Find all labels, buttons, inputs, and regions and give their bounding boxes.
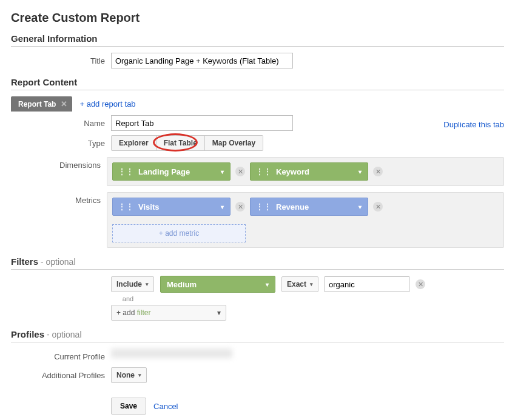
section-profiles: Profiles - optional	[11, 329, 504, 342]
label-type: Type	[11, 135, 111, 148]
type-map-overlay[interactable]: Map Overlay	[205, 136, 263, 150]
dimension-pill-landing-page[interactable]: ⋮⋮ Landing Page ▾	[112, 162, 231, 181]
caret-down-icon: ▾	[146, 281, 149, 287]
label-title: Title	[11, 53, 111, 65]
caret-down-icon: ▾	[310, 281, 313, 287]
remove-icon[interactable]: ✕	[373, 167, 383, 176]
caret-down-icon: ▾	[260, 281, 275, 288]
filter-match-dropdown[interactable]: Exact▾	[281, 276, 318, 292]
save-button[interactable]: Save	[111, 398, 146, 415]
and-label: and	[111, 295, 145, 302]
type-flat-table[interactable]: Flat Table	[157, 136, 205, 150]
label-current-profile: Current Profile	[11, 348, 111, 361]
remove-icon[interactable]: ✕	[373, 202, 383, 212]
filter-field-dropdown[interactable]: Medium ▾	[160, 276, 275, 293]
caret-down-icon: ▾	[215, 168, 230, 175]
label-dimensions: Dimensions	[11, 157, 107, 170]
add-report-tab-link[interactable]: + add report tab	[79, 99, 135, 108]
additional-profiles-dropdown[interactable]: None▾	[111, 367, 147, 383]
filter-value-input[interactable]	[325, 276, 409, 292]
add-metric-button[interactable]: + add metric	[112, 224, 246, 242]
label-additional-profiles: Additional Profiles	[11, 367, 111, 380]
current-profile-redacted	[111, 348, 232, 358]
remove-icon[interactable]: ✕	[235, 167, 245, 176]
caret-down-icon: ▾	[138, 372, 141, 378]
metric-pill-visits[interactable]: ⋮⋮ Visits ▾	[112, 198, 231, 216]
page-title: Create Custom Report	[11, 11, 504, 25]
caret-down-icon: ▾	[217, 308, 221, 317]
report-tab-label: Report Tab	[18, 100, 56, 108]
grip-icon: ⋮⋮	[251, 202, 276, 212]
filter-mode-dropdown[interactable]: Include▾	[111, 276, 154, 292]
caret-down-icon: ▾	[215, 204, 230, 210]
section-content: Report Content	[11, 77, 504, 90]
cancel-link[interactable]: Cancel	[153, 402, 178, 411]
caret-down-icon: ▾	[352, 168, 368, 175]
report-tab[interactable]: Report Tab ✕	[11, 96, 72, 112]
remove-icon[interactable]: ✕	[416, 279, 425, 289]
section-filters: Filters - optional	[11, 256, 504, 270]
label-name: Name	[11, 115, 111, 128]
grip-icon: ⋮⋮	[113, 167, 138, 176]
section-general: General Information	[11, 33, 504, 47]
type-toggle: Explorer Flat Table Map Overlay	[111, 135, 263, 151]
caret-down-icon: ▾	[352, 204, 368, 210]
name-input[interactable]	[111, 115, 293, 131]
grip-icon: ⋮⋮	[251, 167, 276, 176]
dimensions-box: ⋮⋮ Landing Page ▾ ✕ ⋮⋮ Keyword ▾ ✕	[107, 157, 504, 186]
title-input[interactable]	[111, 53, 293, 68]
metric-pill-revenue[interactable]: ⋮⋮ Revenue ▾	[250, 198, 368, 216]
remove-icon[interactable]: ✕	[235, 202, 245, 212]
grip-icon: ⋮⋮	[113, 202, 138, 212]
add-filter-button[interactable]: + add filter ▾	[111, 305, 226, 321]
type-explorer[interactable]: Explorer	[112, 136, 157, 150]
close-icon[interactable]: ✕	[61, 99, 67, 108]
metrics-box: ⋮⋮ Visits ▾ ✕ ⋮⋮ Revenue ▾ ✕ + add metri…	[107, 192, 504, 248]
label-metrics: Metrics	[11, 192, 107, 205]
dimension-pill-keyword[interactable]: ⋮⋮ Keyword ▾	[250, 162, 368, 181]
